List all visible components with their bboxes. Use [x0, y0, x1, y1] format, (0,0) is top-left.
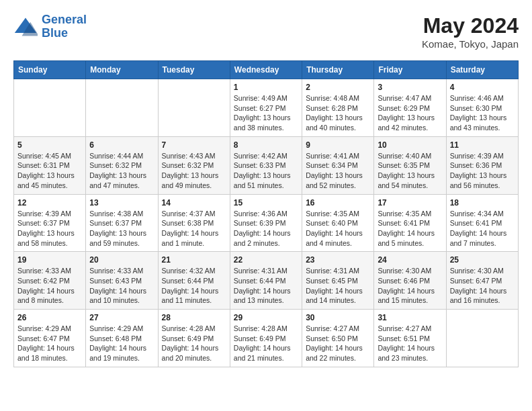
- day-number: 31: [378, 313, 442, 322]
- day-number: 9: [306, 140, 370, 150]
- subtitle: Komae, Tokyo, Japan: [422, 38, 519, 50]
- day-info: Sunrise: 4:43 AM Sunset: 6:32 PM Dayligh…: [162, 151, 226, 191]
- calendar-cell: [158, 79, 230, 137]
- day-info: Sunrise: 4:39 AM Sunset: 6:36 PM Dayligh…: [450, 151, 515, 191]
- calendar-cell: 21Sunrise: 4:32 AM Sunset: 6:44 PM Dayli…: [158, 252, 230, 310]
- calendar-cell: 15Sunrise: 4:36 AM Sunset: 6:39 PM Dayli…: [230, 194, 302, 252]
- day-number: 29: [234, 313, 298, 322]
- day-number: 13: [89, 198, 154, 208]
- day-info: Sunrise: 4:30 AM Sunset: 6:47 PM Dayligh…: [450, 266, 515, 306]
- calendar-cell: 22Sunrise: 4:31 AM Sunset: 6:44 PM Dayli…: [230, 252, 302, 310]
- day-info: Sunrise: 4:27 AM Sunset: 6:50 PM Dayligh…: [306, 324, 370, 363]
- day-number: 4: [450, 83, 515, 92]
- day-number: 3: [378, 83, 442, 92]
- main-title: May 2024: [422, 13, 519, 38]
- day-info: Sunrise: 4:28 AM Sunset: 6:49 PM Dayligh…: [162, 324, 226, 363]
- day-info: Sunrise: 4:48 AM Sunset: 6:28 PM Dayligh…: [306, 93, 370, 133]
- weekday-header-thursday: Thursday: [302, 61, 374, 79]
- day-info: Sunrise: 4:41 AM Sunset: 6:34 PM Dayligh…: [306, 151, 370, 191]
- day-number: 18: [450, 198, 515, 208]
- calendar-body: 1Sunrise: 4:49 AM Sunset: 6:27 PM Daylig…: [14, 79, 519, 367]
- day-number: 22: [234, 255, 298, 265]
- logo-line2: Blue: [42, 26, 68, 40]
- calendar-week-3: 12Sunrise: 4:39 AM Sunset: 6:37 PM Dayli…: [14, 194, 519, 252]
- day-number: 10: [378, 140, 442, 150]
- day-info: Sunrise: 4:39 AM Sunset: 6:37 PM Dayligh…: [17, 209, 82, 248]
- title-block: May 2024 Komae, Tokyo, Japan: [422, 13, 519, 50]
- calendar-cell: 11Sunrise: 4:39 AM Sunset: 6:36 PM Dayli…: [446, 136, 518, 194]
- calendar-cell: 5Sunrise: 4:45 AM Sunset: 6:31 PM Daylig…: [14, 136, 86, 194]
- calendar-cell: 10Sunrise: 4:40 AM Sunset: 6:35 PM Dayli…: [374, 136, 446, 194]
- calendar-cell: 24Sunrise: 4:30 AM Sunset: 6:46 PM Dayli…: [374, 252, 446, 310]
- day-info: Sunrise: 4:29 AM Sunset: 6:48 PM Dayligh…: [89, 324, 154, 363]
- weekday-header-monday: Monday: [86, 61, 158, 79]
- day-number: 8: [234, 140, 298, 150]
- calendar-week-5: 26Sunrise: 4:29 AM Sunset: 6:47 PM Dayli…: [14, 310, 519, 367]
- day-number: 26: [17, 313, 82, 322]
- day-number: 27: [89, 313, 154, 322]
- calendar-cell: [446, 310, 518, 367]
- calendar-cell: 18Sunrise: 4:34 AM Sunset: 6:41 PM Dayli…: [446, 194, 518, 252]
- day-number: 23: [306, 255, 370, 265]
- day-number: 14: [162, 198, 226, 208]
- day-number: 2: [306, 83, 370, 92]
- calendar-cell: 2Sunrise: 4:48 AM Sunset: 6:28 PM Daylig…: [302, 79, 374, 137]
- logo: General Blue: [13, 13, 87, 40]
- page-header: General Blue May 2024 Komae, Tokyo, Japa…: [13, 13, 519, 50]
- calendar-cell: 23Sunrise: 4:31 AM Sunset: 6:45 PM Dayli…: [302, 252, 374, 310]
- calendar-cell: 19Sunrise: 4:33 AM Sunset: 6:42 PM Dayli…: [14, 252, 86, 310]
- weekday-header-friday: Friday: [374, 61, 446, 79]
- logo-text: General Blue: [42, 13, 87, 40]
- calendar-cell: 9Sunrise: 4:41 AM Sunset: 6:34 PM Daylig…: [302, 136, 374, 194]
- calendar-cell: 16Sunrise: 4:35 AM Sunset: 6:40 PM Dayli…: [302, 194, 374, 252]
- day-number: 24: [378, 255, 442, 265]
- weekday-header-row: SundayMondayTuesdayWednesdayThursdayFrid…: [14, 61, 519, 79]
- day-info: Sunrise: 4:33 AM Sunset: 6:42 PM Dayligh…: [17, 266, 82, 306]
- day-info: Sunrise: 4:46 AM Sunset: 6:30 PM Dayligh…: [450, 93, 515, 133]
- calendar-cell: 20Sunrise: 4:33 AM Sunset: 6:43 PM Dayli…: [86, 252, 158, 310]
- logo-icon: [13, 15, 38, 39]
- day-info: Sunrise: 4:47 AM Sunset: 6:29 PM Dayligh…: [378, 93, 442, 133]
- day-number: 5: [17, 140, 82, 150]
- calendar-cell: 31Sunrise: 4:27 AM Sunset: 6:51 PM Dayli…: [374, 310, 446, 367]
- day-number: 16: [306, 198, 370, 208]
- calendar-week-4: 19Sunrise: 4:33 AM Sunset: 6:42 PM Dayli…: [14, 252, 519, 310]
- day-number: 21: [162, 255, 226, 265]
- day-info: Sunrise: 4:29 AM Sunset: 6:47 PM Dayligh…: [17, 324, 82, 363]
- day-number: 17: [378, 198, 442, 208]
- calendar-cell: 3Sunrise: 4:47 AM Sunset: 6:29 PM Daylig…: [374, 79, 446, 137]
- day-info: Sunrise: 4:45 AM Sunset: 6:31 PM Dayligh…: [17, 151, 82, 191]
- day-info: Sunrise: 4:30 AM Sunset: 6:46 PM Dayligh…: [378, 266, 442, 306]
- day-info: Sunrise: 4:32 AM Sunset: 6:44 PM Dayligh…: [162, 266, 226, 306]
- day-number: 30: [306, 313, 370, 322]
- day-number: 11: [450, 140, 515, 150]
- day-info: Sunrise: 4:44 AM Sunset: 6:32 PM Dayligh…: [89, 151, 154, 191]
- calendar-cell: 17Sunrise: 4:35 AM Sunset: 6:41 PM Dayli…: [374, 194, 446, 252]
- weekday-header-saturday: Saturday: [446, 61, 518, 79]
- logo-line1: General: [42, 13, 87, 26]
- day-info: Sunrise: 4:35 AM Sunset: 6:41 PM Dayligh…: [378, 209, 442, 248]
- day-number: 25: [450, 255, 515, 265]
- calendar-cell: 28Sunrise: 4:28 AM Sunset: 6:49 PM Dayli…: [158, 310, 230, 367]
- day-number: 12: [17, 198, 82, 208]
- calendar-cell: 30Sunrise: 4:27 AM Sunset: 6:50 PM Dayli…: [302, 310, 374, 367]
- day-number: 28: [162, 313, 226, 322]
- calendar-cell: 29Sunrise: 4:28 AM Sunset: 6:49 PM Dayli…: [230, 310, 302, 367]
- weekday-header-tuesday: Tuesday: [158, 61, 230, 79]
- day-info: Sunrise: 4:28 AM Sunset: 6:49 PM Dayligh…: [234, 324, 298, 363]
- day-info: Sunrise: 4:37 AM Sunset: 6:38 PM Dayligh…: [162, 209, 226, 248]
- day-info: Sunrise: 4:38 AM Sunset: 6:37 PM Dayligh…: [89, 209, 154, 248]
- calendar-cell: 13Sunrise: 4:38 AM Sunset: 6:37 PM Dayli…: [86, 194, 158, 252]
- calendar-cell: 26Sunrise: 4:29 AM Sunset: 6:47 PM Dayli…: [14, 310, 86, 367]
- calendar-cell: 1Sunrise: 4:49 AM Sunset: 6:27 PM Daylig…: [230, 79, 302, 137]
- calendar-cell: 8Sunrise: 4:42 AM Sunset: 6:33 PM Daylig…: [230, 136, 302, 194]
- day-number: 20: [89, 255, 154, 265]
- calendar-cell: 6Sunrise: 4:44 AM Sunset: 6:32 PM Daylig…: [86, 136, 158, 194]
- calendar-cell: 25Sunrise: 4:30 AM Sunset: 6:47 PM Dayli…: [446, 252, 518, 310]
- calendar-cell: 12Sunrise: 4:39 AM Sunset: 6:37 PM Dayli…: [14, 194, 86, 252]
- calendar-cell: [14, 79, 86, 137]
- calendar-week-2: 5Sunrise: 4:45 AM Sunset: 6:31 PM Daylig…: [14, 136, 519, 194]
- weekday-header-wednesday: Wednesday: [230, 61, 302, 79]
- day-number: 19: [17, 255, 82, 265]
- day-info: Sunrise: 4:31 AM Sunset: 6:45 PM Dayligh…: [306, 266, 370, 306]
